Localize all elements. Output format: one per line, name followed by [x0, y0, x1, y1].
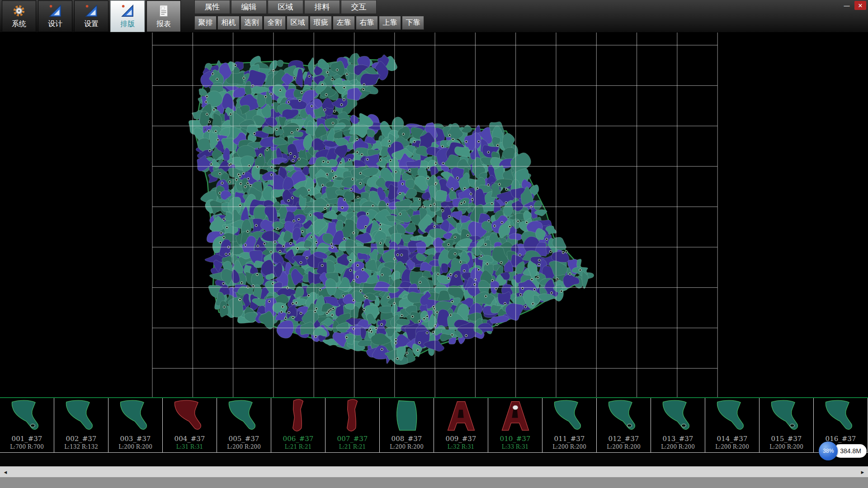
piece-id-label: 002_#37: [66, 435, 97, 443]
piece-id-label: 006_#37: [283, 435, 314, 443]
close-button[interactable]: ✕: [854, 1, 866, 10]
progress-badge: 38%: [819, 441, 838, 460]
memory-badge: 384.8M: [834, 444, 867, 458]
piece-strip: 001_#37L:700 R:700002_#37L:132 R:132003_…: [0, 397, 868, 453]
tool-button-4[interactable]: 全割: [264, 16, 286, 30]
piece-cell-5[interactable]: 005_#37L:200 R:200: [217, 398, 271, 452]
piece-count-label: L:21 R:21: [339, 443, 366, 450]
piece-shape: [710, 398, 755, 435]
piece-id-label: 014_#37: [717, 435, 748, 443]
piece-cell-13[interactable]: 013_#37L:200 R:200: [651, 398, 705, 452]
piece-shape: [439, 398, 484, 435]
piece-cell-14[interactable]: 014_#37L:200 R:200: [705, 398, 760, 452]
piece-id-label: 001_#37: [12, 435, 42, 443]
minimize-button[interactable]: —: [841, 1, 853, 10]
scroll-right-icon[interactable]: ►: [857, 469, 868, 475]
piece-id-label: 008_#37: [392, 435, 422, 443]
nesting-icon: [120, 4, 135, 18]
piece-count-label: L:21 R:21: [285, 443, 311, 450]
tool-button-7[interactable]: 左靠: [333, 16, 355, 30]
piece-cell-1[interactable]: 001_#37L:700 R:700: [0, 398, 54, 452]
piece-cell-8[interactable]: 008_#37L:200 R:200: [380, 398, 434, 452]
toolbar-settings-button[interactable]: 设置: [74, 0, 108, 32]
bottom-band: [0, 477, 868, 488]
tool-button-6[interactable]: 瑕疵: [310, 16, 332, 30]
tool-button-3[interactable]: 选割: [241, 16, 263, 30]
design-icon: [48, 4, 62, 18]
tool-button-8[interactable]: 右靠: [356, 16, 378, 30]
scroll-left-icon[interactable]: ◄: [0, 469, 11, 475]
piece-cell-12[interactable]: 012_#37L:200 R:200: [597, 398, 651, 452]
toolbar-gear-button[interactable]: 系统: [2, 0, 36, 32]
tool-button-9[interactable]: 上靠: [379, 16, 401, 30]
piece-cell-9[interactable]: 009_#37L:32 R:31: [434, 398, 488, 452]
piece-count-label: L:200 R:200: [552, 443, 586, 450]
tool-button-5[interactable]: 区域: [287, 16, 309, 30]
menu-tab-row: 属性编辑区域排料交互: [194, 0, 424, 14]
piece-cell-2[interactable]: 002_#37L:132 R:132: [54, 398, 108, 452]
piece-count-label: L:200 R:200: [715, 443, 749, 450]
piece-count-label: L:200 R:200: [227, 443, 261, 450]
piece-count-label: L:200 R:200: [769, 443, 803, 450]
nesting-svg: [0, 33, 868, 397]
menu-tab-1[interactable]: 属性: [194, 0, 230, 14]
menu-tab-5[interactable]: 交互: [341, 0, 377, 14]
piece-count-label: L:200 R:200: [390, 443, 424, 450]
piece-shape: [59, 398, 104, 435]
piece-shape: [818, 398, 863, 435]
piece-cell-3[interactable]: 003_#37L:200 R:200: [108, 398, 163, 452]
toolbar-design-button[interactable]: 设计: [38, 0, 72, 32]
tool-button-2[interactable]: 相机: [217, 16, 240, 30]
piece-id-label: 005_#37: [229, 435, 259, 443]
piece-shape: [547, 398, 592, 435]
piece-id-label: 011_#37: [554, 435, 585, 443]
piece-shape: [601, 398, 646, 435]
piece-id-label: 012_#37: [609, 435, 639, 443]
piece-cell-11[interactable]: 011_#37L:200 R:200: [542, 398, 597, 452]
piece-shape: [656, 398, 701, 435]
tool-button-10[interactable]: 下靠: [402, 16, 424, 30]
piece-shape: [5, 398, 50, 435]
tool-button-row: 聚排相机选割全割区域瑕疵左靠右靠上靠下靠: [194, 16, 424, 30]
piece-shape: [764, 398, 809, 435]
toolbar-button-label: 设计: [48, 19, 62, 29]
piece-id-label: 007_#37: [337, 435, 368, 443]
top-toolbar: 系统设计设置排版报表 属性编辑区域排料交互 聚排相机选割全割区域瑕疵左靠右靠上靠…: [0, 0, 868, 33]
piece-count-label: L:132 R:132: [64, 443, 98, 450]
piece-cell-10[interactable]: 010_#37L:33 R:31: [488, 398, 542, 452]
toolbar-report-button[interactable]: 报表: [146, 0, 181, 32]
piece-id-label: 009_#37: [446, 435, 476, 443]
nesting-canvas[interactable]: [0, 33, 868, 397]
toolbar-button-label: 报表: [156, 19, 171, 29]
piece-count-label: L:31 R:31: [176, 443, 203, 450]
piece-count-label: L:32 R:31: [448, 443, 474, 450]
piece-count-label: L:700 R:700: [10, 443, 44, 450]
piece-id-label: 013_#37: [663, 435, 693, 443]
piece-shape: [384, 398, 429, 435]
piece-cell-15[interactable]: 015_#37L:200 R:200: [760, 398, 814, 452]
toolbar-button-label: 设置: [84, 19, 99, 29]
main-toolbar: 系统设计设置排版报表: [2, 0, 183, 32]
status-float: 38% 384.8M: [819, 441, 867, 460]
menu-tab-3[interactable]: 区域: [268, 0, 303, 14]
piece-shape: [167, 398, 212, 435]
piece-id-label: 015_#37: [771, 435, 802, 443]
menu-tab-4[interactable]: 排料: [304, 0, 340, 14]
piece-cell-7[interactable]: 007_#37L:21 R:21: [326, 398, 380, 452]
piece-count-label: L:33 R:31: [502, 443, 528, 450]
piece-count-label: L:200 R:200: [607, 443, 641, 450]
progress-percent: 38%: [823, 448, 834, 454]
piece-shape: [276, 398, 321, 435]
piece-count-label: L:200 R:200: [661, 443, 695, 450]
horizontal-scrollbar[interactable]: ◄ ►: [0, 466, 868, 477]
tool-button-1[interactable]: 聚排: [194, 16, 217, 30]
piece-cell-6[interactable]: 006_#37L:21 R:21: [271, 398, 326, 452]
piece-cell-4[interactable]: 004_#37L:31 R:31: [163, 398, 217, 452]
gear-icon: [12, 4, 26, 18]
piece-shape: [113, 398, 158, 435]
menu-tab-2[interactable]: 编辑: [231, 0, 267, 14]
toolbar-nesting-button[interactable]: 排版: [110, 0, 145, 32]
piece-id-label: 003_#37: [120, 435, 151, 443]
window-controls: — ✕: [841, 1, 866, 10]
settings-icon: [84, 4, 99, 18]
